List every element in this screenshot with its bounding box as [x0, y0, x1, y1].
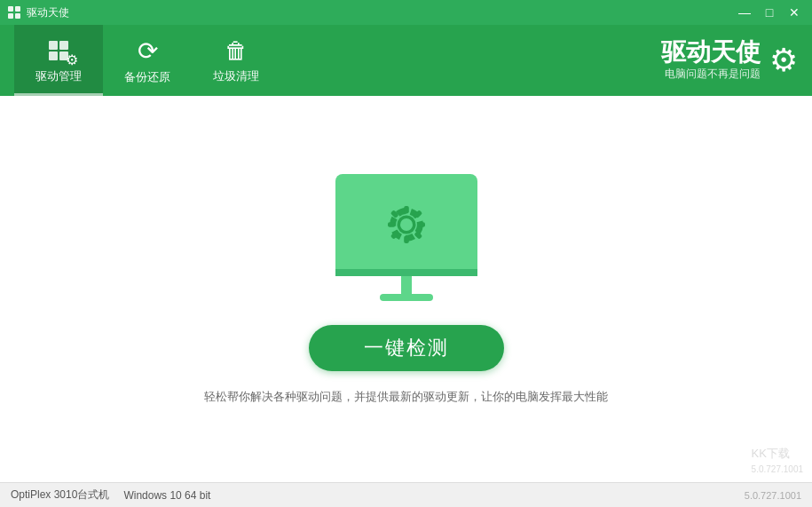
svg-rect-3 [15, 13, 20, 19]
machine-info: OptiPlex 3010台式机 [11, 487, 109, 503]
svg-rect-0 [8, 6, 13, 12]
tab-backup-restore[interactable]: ⟳ 备份还原 [103, 25, 192, 96]
svg-rect-7 [404, 206, 409, 213]
title-bar-left: 驱动天使 [7, 5, 69, 20]
tab-driver-management[interactable]: ⚙ 驱动管理 [14, 25, 103, 96]
kk-watermark: KK下载 5.0.727.1001 [752, 446, 803, 475]
svg-rect-9 [388, 222, 395, 227]
tab-trash-clean[interactable]: 🗑 垃圾清理 [192, 25, 280, 96]
maximize-button[interactable]: □ [759, 4, 780, 21]
app-icon [7, 5, 21, 20]
close-button[interactable]: ✕ [784, 4, 805, 21]
tab-driver-management-label: 驱动管理 [35, 68, 82, 84]
main-content: 一键检测 轻松帮你解决各种驱动问题，并提供最新的驱动更新，让你的电脑发挥最大性能 [0, 96, 812, 482]
svg-rect-2 [8, 13, 13, 19]
nav-tabs: ⚙ 驱动管理 ⟳ 备份还原 🗑 垃圾清理 [14, 25, 280, 96]
header: ⚙ 驱动管理 ⟳ 备份还原 🗑 垃圾清理 驱动天使 电脑问题不再是问题 ⚙ [0, 25, 812, 96]
brand-name: 驱动天使 [661, 39, 761, 67]
description-text: 轻松帮你解决各种驱动问题，并提供最新的驱动更新，让你的电脑发挥最大性能 [204, 389, 608, 405]
title-bar: 驱动天使 — □ ✕ [0, 0, 812, 25]
svg-rect-1 [15, 6, 20, 12]
detect-button[interactable]: 一键检测 [309, 325, 504, 371]
version-info: 5.0.727.1001 [745, 490, 801, 501]
status-left: OptiPlex 3010台式机 Windows 10 64 bit [11, 487, 210, 503]
brand-gear-icon: ⚙ [769, 42, 798, 79]
brand: 驱动天使 电脑问题不再是问题 ⚙ [661, 39, 798, 82]
monitor-illustration [327, 174, 486, 307]
monitor-screen [335, 174, 477, 276]
svg-point-15 [400, 218, 413, 231]
os-info: Windows 10 64 bit [123, 489, 210, 502]
status-bar: OptiPlex 3010台式机 Windows 10 64 bit 5.0.7… [0, 482, 812, 507]
backup-restore-icon: ⟳ [138, 36, 158, 66]
monitor-gear-icon [375, 194, 438, 256]
svg-rect-10 [417, 222, 424, 227]
svg-rect-8 [404, 236, 409, 243]
title-bar-title: 驱动天使 [27, 5, 69, 20]
title-bar-controls: — □ ✕ [734, 4, 805, 21]
trash-clean-icon: 🗑 [225, 37, 248, 65]
brand-slogan: 电脑问题不再是问题 [665, 67, 761, 82]
tab-trash-clean-label: 垃圾清理 [213, 68, 259, 84]
brand-text: 驱动天使 电脑问题不再是问题 [661, 39, 761, 82]
monitor-base [380, 294, 433, 301]
monitor-stand [401, 276, 412, 294]
minimize-button[interactable]: — [734, 4, 755, 21]
driver-management-icon: ⚙ [44, 36, 73, 65]
tab-backup-restore-label: 备份还原 [124, 69, 170, 85]
